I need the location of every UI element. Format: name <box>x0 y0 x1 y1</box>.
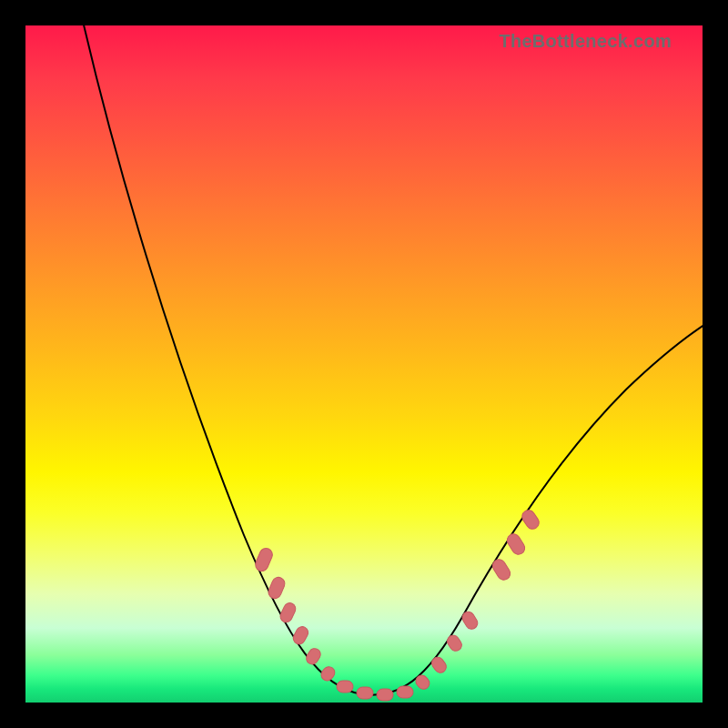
svg-rect-4 <box>304 646 323 666</box>
beads-bottom <box>337 681 413 701</box>
curve-path <box>76 25 703 695</box>
svg-rect-10 <box>413 672 431 692</box>
svg-rect-13 <box>460 610 480 632</box>
svg-rect-6 <box>337 681 353 693</box>
svg-rect-15 <box>505 531 528 557</box>
svg-rect-2 <box>278 601 298 623</box>
svg-rect-3 <box>291 624 310 646</box>
beads-left <box>253 546 337 682</box>
chart-frame: TheBottleneck.com <box>0 0 728 728</box>
svg-rect-0 <box>253 546 274 572</box>
svg-rect-8 <box>377 689 393 701</box>
svg-rect-5 <box>318 664 337 683</box>
svg-rect-12 <box>445 633 464 653</box>
svg-rect-16 <box>520 508 541 531</box>
bottleneck-curve <box>25 25 703 703</box>
svg-rect-11 <box>430 655 449 675</box>
beads-right <box>413 508 541 692</box>
plot-area: TheBottleneck.com <box>25 25 703 703</box>
watermark-text: TheBottleneck.com <box>499 31 672 52</box>
svg-rect-1 <box>267 575 287 601</box>
svg-rect-7 <box>357 687 373 699</box>
svg-rect-14 <box>490 557 513 582</box>
svg-rect-9 <box>397 686 413 698</box>
